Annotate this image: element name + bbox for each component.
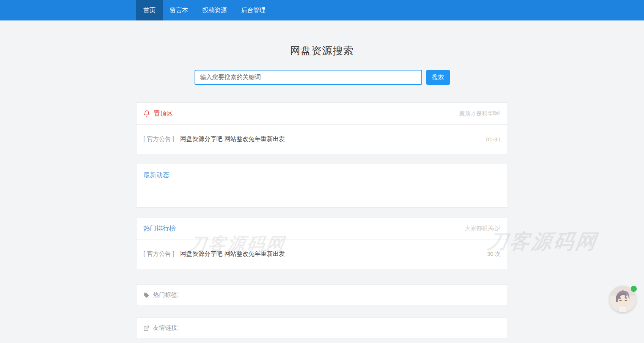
search-hero: 网盘资源搜索 搜索 [0,44,644,85]
hot-tags-card: 热门标签: [136,284,508,306]
online-status-dot [631,286,637,292]
post-date: 01-31 [486,136,501,143]
post-category[interactable]: [ 官方公告 ] [143,250,174,258]
pinned-list-item: [ 官方公告 ] 网盘资源分享吧 网站整改兔年重新出发 01-31 [137,125,507,154]
latest-section-card: 最新动态 [136,164,508,208]
latest-section-title-wrap: 最新动态 [143,171,169,179]
hot-section-card: 热门排行榜 大家都很关心! [ 官方公告 ] 网盘资源分享吧 网站整改兔年重新出… [136,217,508,269]
hot-section-hint: 大家都很关心! [465,225,501,232]
latest-empty-area [137,186,507,207]
latest-section-title: 最新动态 [143,171,169,179]
nav-item-submit[interactable]: 投稿资源 [195,0,234,20]
search-button[interactable]: 搜索 [426,70,450,85]
nav-item-admin[interactable]: 后台管理 [234,0,273,20]
external-link-icon [143,325,149,331]
view-count: 30 次 [487,251,501,258]
hot-list-item: [ 官方公告 ] 网盘资源分享吧 网站整改兔年重新出发 30 次 [137,240,507,269]
pinned-section-title: 置顶区 [154,109,173,118]
main-content: 置顶区 置顶才是精华啊! [ 官方公告 ] 网盘资源分享吧 网站整改兔年重新出发… [136,102,508,343]
hot-tags-label: 热门标签: [153,291,179,299]
nav-item-guestbook[interactable]: 留言本 [163,0,195,20]
nav-item-home[interactable]: 首页 [136,0,163,20]
chat-widget[interactable] [609,286,638,314]
friend-links-card: 友情链接: [136,317,508,339]
top-navbar: 首页 留言本 投稿资源 后台管理 [0,0,644,20]
post-title-link[interactable]: 网盘资源分享吧 网站整改兔年重新出发 [180,135,486,143]
pinned-section-card: 置顶区 置顶才是精华啊! [ 官方公告 ] 网盘资源分享吧 网站整改兔年重新出发… [136,102,508,154]
bell-icon [143,110,150,117]
post-category[interactable]: [ 官方公告 ] [143,135,174,143]
nav-items: 首页 留言本 投稿资源 后台管理 [136,0,508,20]
hot-section-title-wrap: 热门排行榜 [143,224,176,233]
page-title: 网盘资源搜索 [0,44,644,58]
search-input[interactable] [195,70,422,85]
tag-icon [143,292,149,298]
pinned-section-title-wrap: 置顶区 [143,109,173,118]
latest-section-header: 最新动态 [137,164,507,186]
friend-links-label: 友情链接: [153,324,179,332]
pinned-section-hint: 置顶才是精华啊! [459,110,501,117]
pinned-section-header: 置顶区 置顶才是精华啊! [137,103,507,125]
post-title-link[interactable]: 网盘资源分享吧 网站整改兔年重新出发 [180,250,487,258]
search-bar: 搜索 [0,70,644,85]
hot-section-title: 热门排行榜 [143,224,176,233]
hot-section-header: 热门排行榜 大家都很关心! [137,218,507,240]
